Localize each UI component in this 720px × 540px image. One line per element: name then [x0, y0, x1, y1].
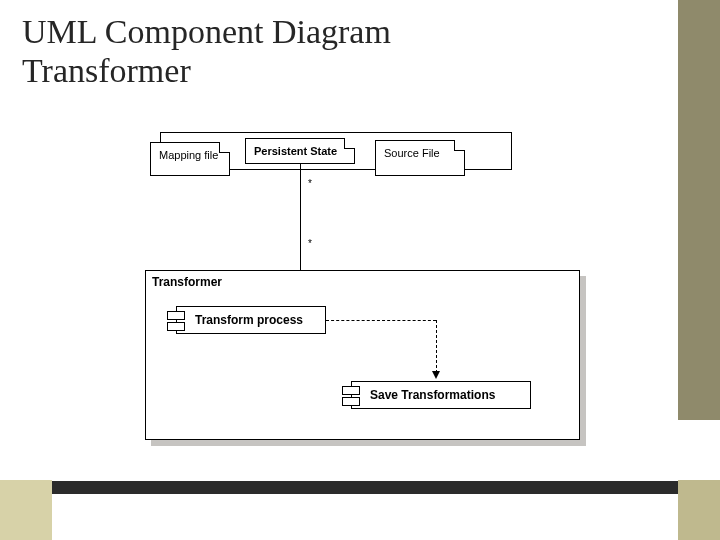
slide-title: UML Component Diagram Transformer	[22, 12, 391, 90]
component-tab-icon	[342, 397, 360, 406]
title-line-1: UML Component Diagram	[22, 13, 391, 50]
uml-diagram: Mapping file Persistent State Source Fil…	[150, 130, 585, 460]
dependency-arrow	[326, 320, 436, 321]
component-label: Transform process	[195, 313, 303, 327]
accent-bottom-right	[678, 480, 720, 540]
accent-bottom-left	[0, 480, 52, 540]
component-transform-process: Transform process	[176, 306, 326, 334]
container-label: Transformer	[152, 275, 222, 289]
component-label: Save Transformations	[370, 388, 495, 402]
artifact-label: Persistent State	[254, 145, 337, 157]
dogear-icon	[219, 142, 230, 153]
component-tab-icon	[167, 322, 185, 331]
artifact-label: Source File	[384, 147, 440, 159]
accent-right	[678, 0, 720, 420]
title-line-2: Transformer	[22, 52, 191, 89]
dogear-icon	[344, 138, 355, 149]
artifact-mapping-file: Mapping file	[150, 142, 230, 176]
dogear-icon	[454, 140, 465, 151]
dependency-arrow	[436, 320, 437, 373]
accent-bottom-bar	[52, 481, 678, 494]
component-tab-icon	[342, 386, 360, 395]
artifact-source-file: Source File	[375, 140, 465, 176]
transformer-container: Transformer Transform process Save Trans…	[145, 270, 580, 440]
association-line	[300, 164, 301, 270]
component-save-transformations: Save Transformations	[351, 381, 531, 409]
artifact-persistent-state: Persistent State	[245, 138, 355, 164]
multiplicity-top: *	[308, 178, 312, 189]
artifact-label: Mapping file	[159, 149, 218, 161]
component-tab-icon	[167, 311, 185, 320]
multiplicity-bottom: *	[308, 238, 312, 249]
arrowhead-icon	[432, 371, 440, 379]
